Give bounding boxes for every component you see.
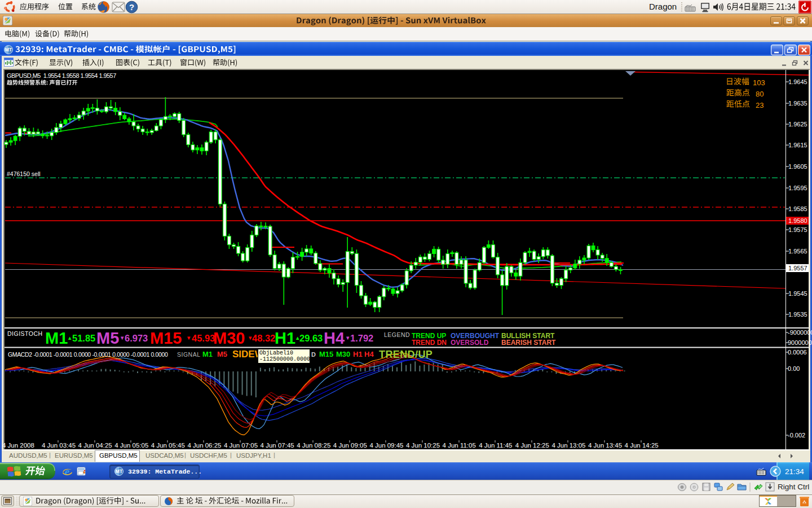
svg-text:#476150 sell: #476150 sell — [7, 170, 41, 177]
svg-text:4 Jun 06:25: 4 Jun 06:25 — [187, 442, 221, 449]
svg-text:1.9557: 1.9557 — [788, 265, 807, 271]
svg-text:4 Jun 08:25: 4 Jun 08:25 — [297, 442, 330, 449]
svg-text:1.9565: 1.9565 — [788, 248, 807, 255]
svg-text:1.9615: 1.9615 — [788, 142, 807, 148]
svg-text:4 Jun 05:45: 4 Jun 05:45 — [151, 442, 185, 449]
svg-text:-9000000: -9000000 — [788, 329, 812, 336]
svg-text:4 Jun 05:05: 4 Jun 05:05 — [114, 442, 148, 449]
svg-text:4 Jun 04:25: 4 Jun 04:25 — [78, 442, 112, 449]
svg-text:0.0006: 0.0006 — [788, 349, 807, 356]
svg-text:1.9625: 1.9625 — [788, 121, 807, 128]
svg-text:4 Jun 10:25: 4 Jun 10:25 — [406, 442, 440, 449]
svg-text:4 Jun 07:45: 4 Jun 07:45 — [261, 442, 294, 449]
svg-text:4 Jun 07:05: 4 Jun 07:05 — [224, 442, 258, 449]
svg-text:4 Jun 11:45: 4 Jun 11:45 — [479, 442, 512, 449]
svg-text:GBPUSD,M5 1.9554 1.9558 1.955: GBPUSD,M5 1.9554 1.9558 1.9554 1.9557 — [7, 72, 116, 79]
svg-text:4 Jun 09:05: 4 Jun 09:05 — [333, 442, 367, 449]
svg-text:1.9635: 1.9635 — [788, 100, 807, 107]
svg-text:1.9580: 1.9580 — [788, 217, 807, 224]
svg-text:1.9585: 1.9585 — [788, 205, 807, 212]
svg-text:1.9545: 1.9545 — [788, 290, 807, 297]
svg-text:1.9605: 1.9605 — [788, 163, 807, 170]
svg-text:4 Jun 11:05: 4 Jun 11:05 — [443, 442, 476, 449]
svg-text:4 Jun 12:25: 4 Jun 12:25 — [515, 442, 549, 449]
svg-text:1.9595: 1.9595 — [788, 185, 807, 191]
svg-text:4 Jun 14:25: 4 Jun 14:25 — [625, 442, 659, 449]
svg-text:MT: MT — [116, 468, 123, 474]
svg-text:4 Jun 13:05: 4 Jun 13:05 — [551, 442, 585, 449]
svg-text:90000000: 90000000 — [788, 339, 812, 346]
svg-text:1.9645: 1.9645 — [788, 78, 807, 85]
svg-text:1.9535: 1.9535 — [788, 311, 807, 318]
svg-text:e: e — [65, 466, 70, 478]
svg-text:0.00: 0.00 — [788, 365, 800, 372]
svg-text:4 Jun 13:45: 4 Jun 13:45 — [588, 442, 622, 449]
svg-text:1.9575: 1.9575 — [788, 226, 807, 233]
svg-text:-0.002: -0.002 — [788, 432, 805, 439]
svg-text:4 Jun 2008: 4 Jun 2008 — [2, 442, 34, 449]
svg-text:4 Jun 09:45: 4 Jun 09:45 — [369, 442, 403, 449]
svg-text:4 Jun 03:45: 4 Jun 03:45 — [42, 442, 76, 449]
